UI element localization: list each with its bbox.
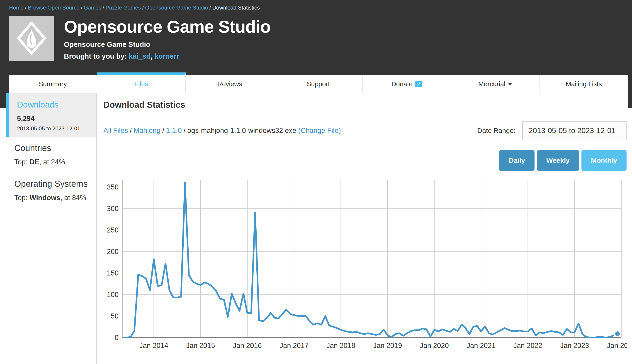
file-breadcrumb-separator: /	[128, 126, 134, 134]
downloads-chart: 050100150200250300350Jan 2014Jan 2015Jan…	[103, 177, 627, 358]
breadcrumb-separator: /	[208, 4, 213, 11]
weekly-button[interactable]: Weekly	[537, 150, 579, 171]
maintainer-separator: ,	[150, 52, 153, 60]
breadcrumb-link-home[interactable]: Home	[9, 4, 24, 11]
tab-summary[interactable]: Summary	[9, 75, 97, 93]
sidebar-item-downloads[interactable]: Downloads 5,294 2013-05-05 to 2023-12-01	[6, 93, 96, 138]
sidebar-downloads-range: 2013-05-05 to 2023-12-01	[17, 126, 91, 132]
maintainer-link-kai-sd[interactable]: kai_sd	[129, 52, 151, 60]
downloads-chart-container: 050100150200250300350Jan 2014Jan 2015Jan…	[103, 177, 628, 358]
tab-mailing-lists-label: Mailing Lists	[566, 80, 602, 88]
file-breadcrumb-mahjong[interactable]: Mahjong	[133, 126, 160, 134]
brought-by-line: Brought to you by: kai_sd, kornerr	[64, 52, 270, 60]
svg-text:Jan 2017: Jan 2017	[280, 342, 309, 350]
svg-text:Jan 2021: Jan 2021	[467, 342, 496, 350]
download-statistics-heading: Download Statistics	[103, 100, 628, 110]
sidebar-countries-top: Top: DE, at 24%	[14, 158, 91, 166]
svg-text:Jan 2016: Jan 2016	[233, 342, 262, 350]
breadcrumb-separator: /	[24, 4, 28, 11]
svg-text:Jan 2014: Jan 2014	[139, 342, 168, 350]
svg-text:50: 50	[111, 312, 119, 320]
download-statistics-page: Home/Browse Open Source/Games/Puzzle Gam…	[0, 0, 632, 364]
svg-text:Jan 2015: Jan 2015	[186, 342, 215, 350]
content-panel: Downloads 5,294 2013-05-05 to 2023-12-01…	[9, 93, 628, 364]
tab-summary-label: Summary	[39, 80, 67, 88]
project-title-block: Opensource Game Studio Opensource Game S…	[0, 14, 632, 72]
project-logo	[9, 16, 54, 61]
date-range-input[interactable]	[522, 121, 626, 140]
breadcrumb-separator: /	[101, 4, 106, 11]
tab-files[interactable]: Files	[97, 72, 185, 93]
svg-text:250: 250	[107, 226, 119, 234]
change-file-link[interactable]: (Change File)	[298, 126, 341, 134]
svg-text:Jan 2018: Jan 2018	[326, 342, 355, 350]
tab-support[interactable]: Support	[274, 75, 362, 93]
project-header: Home/Browse Open Source/Games/Puzzle Gam…	[0, 0, 632, 108]
sidebar-countries-title: Countries	[14, 143, 91, 153]
breadcrumb-separator: /	[141, 4, 145, 11]
file-breadcrumb-separator: /	[182, 126, 187, 134]
monthly-button[interactable]: Monthly	[581, 150, 626, 171]
tab-mercurial-label: Mercurial	[478, 80, 505, 88]
svg-text:150: 150	[107, 269, 119, 277]
sidebar-item-operating-systems[interactable]: Operating Systems Top: Windows, at 84%	[9, 173, 96, 209]
file-selector-row: All Files/Mahjong/1.1.0/ogs-mahjong-1.1.…	[103, 121, 628, 140]
main-area: Download Statistics All Files/Mahjong/1.…	[97, 93, 628, 364]
project-subtitle: Opensource Game Studio	[64, 40, 270, 49]
external-link-icon: ↗	[415, 80, 422, 88]
sidebar-downloads-title: Downloads	[17, 100, 91, 110]
tab-files-label: Files	[134, 80, 148, 88]
breadcrumb: Home/Browse Open Source/Games/Puzzle Gam…	[0, 0, 632, 14]
breadcrumb-link-puzzle-games[interactable]: Puzzle Games	[106, 4, 141, 11]
svg-text:0: 0	[115, 334, 119, 342]
stats-sidebar: Downloads 5,294 2013-05-05 to 2023-12-01…	[9, 93, 97, 364]
tab-support-label: Support	[307, 80, 330, 88]
tab-donate-label: Donate	[391, 80, 413, 88]
tab-reviews-label: Reviews	[218, 80, 242, 88]
maintainer-link-kornerr[interactable]: kornerr	[155, 52, 179, 60]
file-breadcrumb-all-files[interactable]: All Files	[103, 126, 128, 134]
tab-reviews[interactable]: Reviews	[186, 75, 274, 93]
svg-text:Jan 2019: Jan 2019	[373, 342, 402, 350]
svg-text:350: 350	[107, 183, 119, 191]
tab-donate[interactable]: Donate↗	[363, 75, 451, 93]
project-titles: Opensource Game Studio Opensource Game S…	[64, 16, 270, 61]
sidebar-os-title: Operating Systems	[14, 179, 91, 189]
daily-button[interactable]: Daily	[499, 150, 535, 171]
granularity-buttons: Daily Weekly Monthly	[103, 150, 628, 171]
tab-mercurial[interactable]: Mercurial	[451, 75, 539, 93]
ogs-diamond-drop-icon	[17, 21, 46, 56]
brought-by-label: Brought to you by:	[64, 52, 127, 60]
file-breadcrumb: All Files/Mahjong/1.1.0/ogs-mahjong-1.1.…	[103, 126, 341, 135]
sidebar-item-countries[interactable]: Countries Top: DE, at 24%	[9, 138, 96, 173]
tab-mailing-lists[interactable]: Mailing Lists	[540, 75, 628, 93]
project-tabs: Summary Files Reviews Support Donate↗ Me…	[9, 72, 628, 93]
date-range-label: Date Range:	[477, 127, 515, 134]
file-breadcrumb-file-name: ogs-mahjong-1.1.0-windows32.exe	[187, 126, 296, 134]
breadcrumb-separator: /	[80, 4, 84, 11]
svg-text:Jan 2024: Jan 2024	[607, 342, 627, 350]
breadcrumb-link-project[interactable]: Opensource Game Studio	[145, 4, 208, 11]
breadcrumb-current: Download Statistics	[212, 4, 260, 11]
sidebar-os-top: Top: Windows, at 84%	[14, 194, 91, 202]
svg-text:100: 100	[107, 291, 119, 298]
breadcrumb-link-browse[interactable]: Browse Open Source	[28, 4, 80, 11]
breadcrumb-link-games[interactable]: Games	[84, 4, 101, 11]
date-range-control: Date Range:	[477, 121, 626, 140]
svg-text:Jan 2022: Jan 2022	[513, 342, 542, 350]
file-breadcrumb-separator: /	[160, 126, 166, 134]
svg-text:Jan 2023: Jan 2023	[560, 342, 589, 350]
caret-down-icon	[508, 83, 512, 85]
svg-text:300: 300	[107, 205, 119, 212]
svg-text:200: 200	[107, 248, 119, 256]
sidebar-downloads-count: 5,294	[17, 114, 91, 123]
file-breadcrumb-version[interactable]: 1.1.0	[166, 126, 182, 134]
svg-text:Jan 2020: Jan 2020	[420, 342, 449, 350]
page-title: Opensource Game Studio	[64, 17, 270, 36]
